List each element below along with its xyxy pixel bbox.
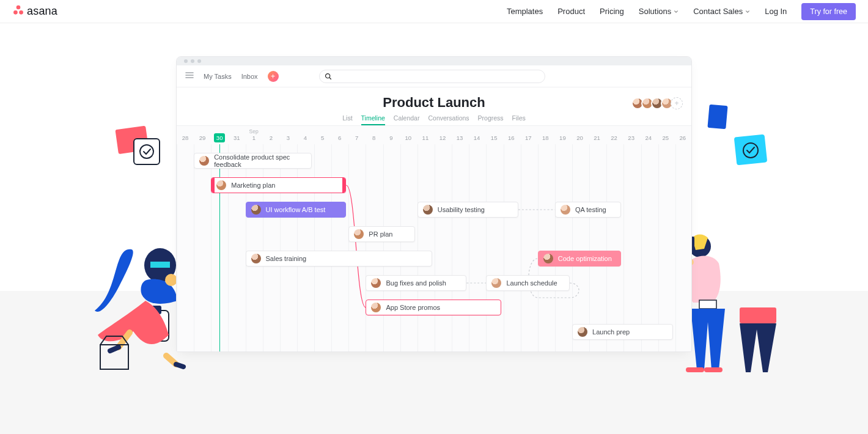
task-label: App Store promos	[386, 304, 440, 311]
day-col: 24	[640, 134, 657, 144]
nav-product[interactable]: Product	[557, 7, 585, 16]
traffic-light-close[interactable]	[184, 59, 188, 63]
tab-progress[interactable]: Progress	[478, 114, 504, 125]
day-col: 17	[520, 134, 537, 144]
task-label: PR plan	[369, 230, 392, 238]
task-label: Code optimization	[558, 255, 612, 262]
svg-rect-20	[699, 300, 716, 309]
task-prep[interactable]: Launch prep	[572, 324, 673, 340]
assignee-avatar	[199, 156, 209, 166]
chevron-down-icon	[745, 9, 750, 14]
tab-conversations[interactable]: Conversations	[428, 114, 469, 125]
add-member-button[interactable]: +	[671, 97, 683, 109]
task-label: Bug fixes and polish	[386, 279, 446, 287]
brand-icon	[12, 4, 24, 19]
window-titlebar	[177, 57, 691, 65]
task-codeopt[interactable]: Code optimization	[538, 251, 622, 267]
brand-name: asana	[27, 5, 57, 18]
svg-rect-10	[150, 262, 170, 268]
svg-point-11	[165, 274, 177, 286]
assignee-avatar	[578, 327, 587, 337]
assignee-avatar	[491, 278, 501, 288]
try-free-button[interactable]: Try for free	[801, 3, 856, 20]
timeline-view[interactable]: 2829303112345678910111213141516171819202…	[177, 125, 691, 352]
task-abtest[interactable]: UI workflow A/B test	[246, 202, 347, 218]
nav-links: Templates Product Pricing Solutions Cont…	[507, 3, 856, 20]
day-col: 30	[211, 134, 228, 144]
tab-timeline[interactable]: Timeline	[361, 114, 385, 125]
tab-files[interactable]: Files	[512, 114, 526, 125]
svg-rect-4	[134, 139, 160, 164]
day-col: 31	[228, 134, 245, 144]
project-members: +	[634, 97, 683, 109]
nav-templates[interactable]: Templates	[507, 7, 543, 16]
task-label: Marketing plan	[231, 182, 275, 189]
day-col: 8	[366, 134, 383, 144]
task-qa[interactable]: QA testing	[555, 202, 622, 218]
task-label: Usability testing	[438, 206, 485, 213]
nav-pricing[interactable]: Pricing	[600, 7, 624, 16]
tab-list[interactable]: List	[342, 114, 352, 125]
task-marketing[interactable]: Marketing plan	[211, 177, 346, 193]
task-bugs[interactable]: Bug fixes and polish	[366, 275, 466, 291]
day-col: 3	[279, 134, 296, 144]
svg-rect-18	[740, 307, 776, 323]
assignee-avatar	[371, 278, 381, 288]
day-col: 2	[262, 134, 279, 144]
nav-contact[interactable]: Contact Sales	[693, 7, 750, 16]
app-toolbar: My Tasks Inbox +	[177, 65, 691, 87]
day-col: 5	[314, 134, 331, 144]
month-label: Sep	[249, 128, 259, 134]
task-label: Consolidate product spec feedback	[214, 153, 306, 168]
day-col: 10	[400, 134, 417, 144]
day-col: 16	[502, 134, 520, 144]
task-consolidate[interactable]: Consolidate product spec feedback	[194, 153, 312, 169]
assignee-avatar	[354, 229, 364, 239]
day-col: 9	[383, 134, 400, 144]
sticky-note-cyan	[730, 133, 773, 176]
task-pr[interactable]: PR plan	[348, 226, 415, 242]
task-label: Launch prep	[592, 328, 630, 336]
day-col: 18	[537, 134, 554, 144]
my-tasks-link[interactable]: My Tasks	[204, 73, 232, 80]
task-usability[interactable]: Usability testing	[417, 202, 518, 218]
site-navbar: asana Templates Product Pricing Solution…	[0, 0, 868, 23]
task-promos[interactable]: App Store promos	[366, 300, 501, 315]
task-label: UI workflow A/B test	[266, 206, 326, 213]
svg-rect-7	[734, 134, 768, 166]
brand-logo[interactable]: asana	[12, 4, 57, 19]
today-marker	[219, 144, 220, 352]
assignee-avatar	[216, 180, 226, 190]
app-window: My Tasks Inbox + Product Launch ListTime…	[176, 56, 692, 352]
day-col: 22	[606, 134, 623, 144]
day-col: 29	[194, 134, 211, 144]
timeline-grid	[177, 144, 691, 352]
add-button[interactable]: +	[268, 71, 279, 82]
day-col: 21	[589, 134, 606, 144]
traffic-light-max[interactable]	[197, 59, 201, 63]
day-col: 28	[177, 134, 194, 144]
day-col: 12	[434, 134, 451, 144]
day-col: 1	[245, 134, 262, 144]
assignee-avatar	[371, 303, 381, 312]
day-col: 20	[571, 134, 588, 144]
svg-point-2	[19, 10, 23, 15]
task-sales[interactable]: Sales training	[246, 251, 432, 267]
sticky-note-blue	[706, 103, 730, 134]
chevron-down-icon	[674, 9, 679, 14]
tab-calendar[interactable]: Calendar	[394, 114, 420, 125]
traffic-light-min[interactable]	[191, 59, 194, 63]
project-title: Product Launch	[177, 95, 691, 111]
assignee-avatar	[251, 205, 261, 215]
inbox-link[interactable]: Inbox	[241, 73, 258, 80]
task-launch[interactable]: Launch schedule	[486, 275, 570, 291]
svg-rect-6	[707, 105, 727, 129]
day-col: 26	[674, 134, 691, 144]
search-icon	[325, 73, 332, 80]
project-tabs: ListTimelineCalendarConversationsProgres…	[177, 114, 691, 125]
menu-icon[interactable]	[185, 71, 194, 82]
nav-login[interactable]: Log In	[765, 7, 787, 16]
assignee-avatar	[561, 205, 570, 215]
nav-solutions[interactable]: Solutions	[639, 7, 679, 16]
search-input[interactable]	[319, 70, 545, 83]
